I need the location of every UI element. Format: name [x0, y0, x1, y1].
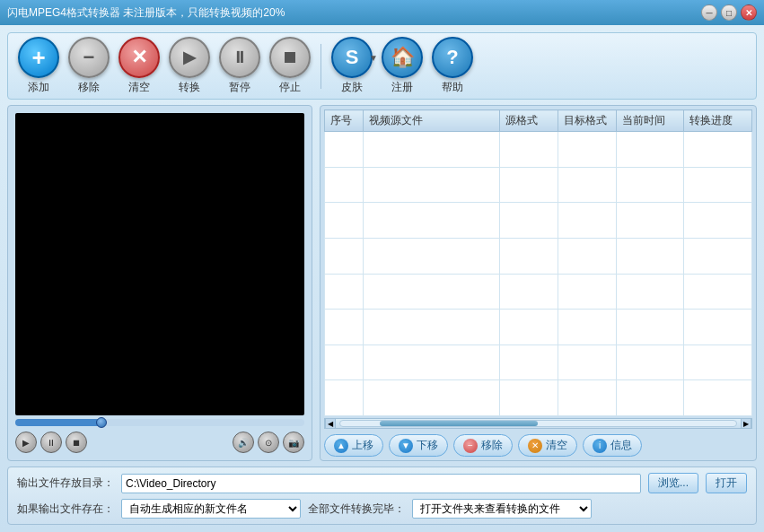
pause-label: 暂停 [229, 80, 250, 95]
filelist-actions: ▲ 上移 ▼ 下移 − 移除 ✕ 清空 i 信息 [324, 434, 752, 457]
minus-icon: − [83, 48, 95, 67]
help-button[interactable]: ? [432, 37, 473, 78]
delete-label: 移除 [481, 438, 503, 453]
table-row [325, 238, 752, 274]
scroll-left-button[interactable]: ◀ [325, 418, 336, 429]
content-area: ▶ ⏸ ⏹ 🔊 ⊙ 📷 [7, 105, 757, 461]
table-row [325, 132, 752, 168]
table-wrapper: 序号 视频源文件 源格式 目标格式 当前时间 转换进度 [324, 109, 752, 416]
vc-stop-button[interactable]: ⏹ [66, 432, 87, 453]
filelist-horizontal-scrollbar[interactable]: ◀ ▶ [324, 418, 752, 429]
clear-list-label: 清空 [546, 438, 567, 453]
browse-button[interactable]: 浏览... [648, 473, 698, 493]
clear-button[interactable]: ✕ [119, 37, 160, 78]
video-controls: ▶ ⏸ ⏹ 🔊 ⊙ 📷 [15, 432, 304, 453]
col-seq: 序号 [325, 110, 364, 132]
table-row [325, 310, 752, 345]
main-container: + 添加 − 移除 ✕ 清空 ▶ 转换 ⏸ 暂停 [0, 25, 764, 532]
stop-button[interactable]: ⏹ [269, 37, 311, 78]
dir-input[interactable] [121, 474, 641, 493]
scrollbar-track[interactable] [339, 420, 737, 427]
col-source: 视频源文件 [364, 110, 499, 132]
stop-icon: ⏹ [282, 49, 298, 65]
col-dst-fmt: 目标格式 [558, 110, 616, 132]
minimize-button[interactable]: ─ [701, 4, 717, 21]
info-button[interactable]: i 信息 [583, 434, 642, 457]
after-select[interactable]: 打开文件夹来查看转换的文件 [412, 499, 592, 519]
table-row [325, 344, 752, 380]
output-dir-row: 输出文件存放目录： 浏览... 打开 [17, 473, 747, 493]
close-button[interactable]: ✕ [741, 4, 757, 21]
maximize-button[interactable]: □ [721, 4, 737, 21]
clear-icon: ✕ [528, 439, 542, 453]
titlebar-buttons: ─ □ ✕ [701, 4, 757, 21]
vc-volume-button[interactable]: 🔊 [233, 432, 254, 453]
up-icon: ▲ [334, 439, 348, 453]
add-button[interactable]: + [18, 37, 59, 78]
convert-label: 转换 [179, 80, 200, 95]
vc-pause-button[interactable]: ⏸ [40, 432, 62, 453]
play-icon: ▶ [183, 49, 196, 65]
move-down-button[interactable]: ▼ 下移 [389, 434, 448, 457]
scroll-right-button[interactable]: ▶ [741, 418, 751, 429]
stop-label: 停止 [279, 80, 301, 95]
filelist-table: 序号 视频源文件 源格式 目标格式 当前时间 转换进度 [324, 109, 752, 416]
add-label: 添加 [28, 80, 49, 95]
col-time: 当前时间 [616, 110, 684, 132]
info-icon: i [593, 439, 607, 453]
clear-list-button[interactable]: ✕ 清空 [518, 434, 577, 457]
fullscreen-icon: ⊙ [265, 438, 272, 448]
toolbar-item-clear[interactable]: ✕ 清空 [116, 37, 162, 95]
vc-play-button[interactable]: ▶ [15, 432, 37, 453]
exist-select[interactable]: 自动生成相应的新文件名 [121, 499, 301, 519]
toolbar-item-pause[interactable]: ⏸ 暂停 [216, 37, 263, 95]
skin-button[interactable]: S ▼ [331, 37, 373, 78]
move-down-label: 下移 [417, 438, 438, 453]
seekbar-thumb[interactable] [96, 417, 107, 428]
table-row [325, 203, 752, 239]
remove-label: 移除 [78, 80, 100, 95]
vc-snapshot-button[interactable]: 📷 [283, 432, 304, 453]
x-icon: ✕ [131, 48, 147, 67]
vc-fullscreen-button[interactable]: ⊙ [258, 432, 279, 453]
clear-label: 清空 [128, 80, 150, 95]
help-icon: ? [446, 46, 458, 69]
vc-pause-icon: ⏸ [47, 438, 56, 448]
titlebar-title: 闪电MPEG4格式转换器 未注册版本，只能转换视频的20% [7, 5, 285, 21]
bottom-bar: 输出文件存放目录： 浏览... 打开 如果输出文件存在： 自动生成相应的新文件名… [7, 467, 757, 525]
scrollbar-thumb[interactable] [380, 421, 538, 426]
exist-label: 如果输出文件存在： [17, 501, 114, 517]
table-row [325, 380, 752, 416]
volume-icon: 🔊 [238, 438, 249, 448]
titlebar: 闪电MPEG4格式转换器 未注册版本，只能转换视频的20% ─ □ ✕ [0, 0, 764, 25]
open-button[interactable]: 打开 [706, 473, 747, 493]
options-row: 如果输出文件存在： 自动生成相应的新文件名 全部文件转换完毕： 打开文件夹来查看… [17, 499, 747, 519]
dir-label: 输出文件存放目录： [17, 475, 114, 491]
video-seekbar[interactable] [15, 419, 304, 426]
table-row [325, 167, 752, 203]
toolbar-item-stop[interactable]: ⏹ 停止 [267, 37, 313, 95]
delete-button[interactable]: − 移除 [453, 434, 513, 457]
pause-button[interactable]: ⏸ [219, 37, 260, 78]
register-button[interactable]: 🏠 [382, 37, 423, 78]
skin-label: 皮肤 [341, 80, 363, 95]
delete-icon: − [463, 439, 478, 453]
remove-button[interactable]: − [68, 37, 110, 78]
pause-icon: ⏸ [232, 49, 248, 65]
toolbar-item-help[interactable]: ? 帮助 [429, 37, 476, 95]
snapshot-icon: 📷 [288, 438, 299, 448]
skin-icon: S [346, 46, 359, 69]
video-panel: ▶ ⏸ ⏹ 🔊 ⊙ 📷 [7, 105, 312, 461]
toolbar-item-add[interactable]: + 添加 [15, 37, 62, 95]
convert-button[interactable]: ▶ [169, 37, 210, 78]
move-up-button[interactable]: ▲ 上移 [324, 434, 383, 457]
vc-stop-icon: ⏹ [72, 438, 81, 448]
toolbar-item-convert[interactable]: ▶ 转换 [166, 37, 213, 95]
toolbar-item-register[interactable]: 🏠 注册 [379, 37, 426, 95]
toolbar: + 添加 − 移除 ✕ 清空 ▶ 转换 ⏸ 暂停 [7, 32, 757, 100]
toolbar-item-skin[interactable]: S ▼ 皮肤 [329, 37, 375, 95]
vc-play-icon: ▶ [22, 438, 30, 448]
toolbar-item-remove[interactable]: − 移除 [66, 37, 112, 95]
video-screen [15, 113, 304, 415]
move-up-label: 上移 [352, 438, 373, 453]
